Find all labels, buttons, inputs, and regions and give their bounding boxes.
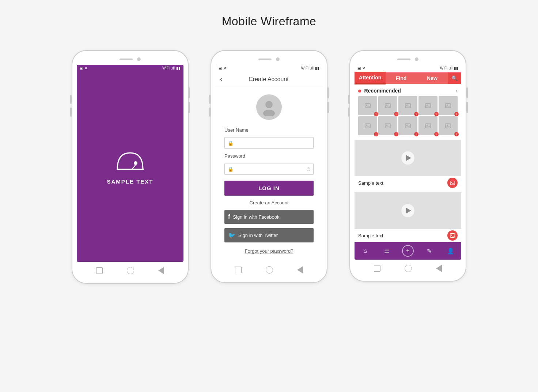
video-info-2: Sample text — [355, 229, 461, 242]
msg-icon: ▣ — [80, 66, 83, 70]
phone-2-top-bar — [216, 57, 322, 61]
thumb-plus-3: + — [414, 112, 418, 116]
thumb-9[interactable]: + — [418, 116, 437, 135]
thumb-img-icon-2 — [385, 103, 391, 109]
tab-attention[interactable]: Attention — [355, 72, 386, 84]
play-button-2[interactable] — [401, 204, 414, 217]
search-icon[interactable]: 🔍 — [448, 72, 461, 84]
play-triangle-icon-1 — [406, 155, 411, 161]
phone-3-side-btn-left-b — [348, 108, 349, 117]
video-img-btn-2[interactable] — [447, 230, 458, 241]
feed-bottom-nav: ⌂ ☰ + ✎ 👤 — [355, 242, 461, 260]
video-card-2[interactable] — [355, 192, 461, 229]
video-card-1[interactable] — [355, 140, 461, 176]
p2-msg-icon: ▣ — [219, 66, 222, 70]
svg-rect-9 — [405, 103, 410, 108]
svg-point-12 — [427, 105, 428, 106]
forgot-password-link[interactable]: Forgot your password? — [245, 248, 293, 254]
thumb-3[interactable]: + — [398, 96, 417, 115]
phone-2-camera — [276, 57, 280, 61]
username-label: User Name — [224, 127, 249, 133]
username-input[interactable]: 🔒 — [224, 137, 314, 149]
thumb-img-icon-5 — [445, 103, 451, 109]
svg-point-10 — [406, 105, 408, 106]
svg-point-20 — [406, 125, 408, 126]
phone-2-screen: ▣ ✕ WiFi .ıll ▮▮ ‹ Create Account — [216, 65, 322, 261]
thumb-plus-5: + — [454, 112, 459, 116]
thumb-4[interactable]: + — [418, 96, 437, 115]
svg-point-4 — [263, 110, 275, 116]
phones-container: ▣ ✕ WiFi .ıll ▮▮ — [72, 50, 466, 284]
login-screen-title: Create Account — [226, 76, 318, 83]
phone-3-bottom-bar — [355, 260, 461, 274]
close-icon: ✕ — [84, 66, 87, 70]
thumb-5[interactable]: + — [439, 96, 458, 115]
thumb-2[interactable]: + — [378, 96, 397, 115]
nav-triangle-btn[interactable] — [158, 267, 164, 274]
rec-arrow-icon[interactable]: › — [456, 88, 458, 94]
video-img-btn-1[interactable] — [447, 178, 458, 188]
video-info-1: Sample text — [355, 176, 461, 189]
rec-header: Recommended › — [358, 87, 458, 94]
svg-point-14 — [447, 105, 448, 106]
back-button[interactable]: ‹ — [220, 75, 222, 83]
phone-1-speaker — [120, 59, 133, 60]
profile-nav-icon[interactable]: 👤 — [445, 245, 456, 257]
create-account-link[interactable]: Create an Account — [250, 200, 289, 206]
svg-rect-7 — [385, 103, 390, 108]
p2-nav-square-btn[interactable] — [235, 267, 242, 273]
play-button-1[interactable] — [401, 151, 414, 165]
facebook-login-button[interactable]: f Sign in with Facebook — [224, 210, 314, 224]
img-icon-2 — [450, 233, 455, 238]
phone-3-top-bar — [355, 57, 461, 61]
splash-logo: SAMPLE TEXT — [107, 149, 153, 185]
play-triangle-icon-2 — [406, 208, 411, 214]
p2-status-left: ▣ ✕ — [219, 66, 226, 70]
thumb-plus-9: + — [434, 132, 439, 136]
p3-wifi-icon: WiFi — [440, 66, 447, 70]
splash-icon-svg — [114, 149, 147, 175]
phone-2-speaker — [258, 59, 272, 60]
splash-text: SAMPLE TEXT — [107, 178, 153, 185]
thumb-img-icon-7 — [385, 123, 391, 129]
p3-nav-circle-btn[interactable] — [405, 265, 412, 272]
thumb-plus-4: + — [434, 112, 439, 116]
thumb-6[interactable]: + — [358, 116, 377, 135]
thumb-1[interactable]: + — [358, 96, 377, 115]
facebook-icon: f — [228, 214, 230, 220]
phone-1: ▣ ✕ WiFi .ıll ▮▮ — [72, 50, 189, 284]
eye-icon[interactable]: ◎ — [307, 166, 310, 172]
tab-new[interactable]: New — [417, 72, 448, 84]
home-nav-icon[interactable]: ⌂ — [359, 245, 371, 257]
svg-rect-17 — [385, 124, 390, 128]
thumb-img-icon-8 — [405, 123, 411, 129]
phone-3-side-btn-top — [466, 87, 468, 98]
svg-point-1 — [134, 161, 137, 165]
thumb-img-icon-10 — [445, 123, 451, 129]
nav-circle-btn[interactable] — [127, 267, 134, 274]
phone-1-side-btn-left-b — [70, 108, 72, 117]
p2-nav-triangle-btn[interactable] — [297, 266, 303, 274]
p3-nav-triangle-btn[interactable] — [436, 265, 442, 272]
p2-nav-circle-btn[interactable] — [266, 266, 273, 274]
password-input[interactable]: 🔒 ◎ — [224, 163, 314, 175]
p3-nav-square-btn[interactable] — [374, 265, 380, 272]
svg-point-26 — [451, 182, 452, 183]
svg-rect-13 — [446, 103, 451, 108]
svg-line-2 — [132, 165, 136, 169]
thumb-7[interactable]: + — [378, 116, 397, 135]
svg-rect-21 — [425, 124, 431, 128]
edit-nav-icon[interactable]: ✎ — [423, 245, 435, 257]
thumb-10[interactable]: + — [439, 116, 458, 135]
password-label: Password — [224, 153, 245, 159]
thumb-8[interactable]: + — [398, 116, 417, 135]
thumb-plus-8: + — [414, 132, 418, 136]
svg-point-24 — [447, 125, 448, 126]
add-nav-icon[interactable]: + — [402, 245, 414, 257]
login-button[interactable]: LOG IN — [224, 181, 314, 196]
list-nav-icon[interactable]: ☰ — [381, 245, 393, 257]
tab-find[interactable]: Find — [386, 72, 417, 84]
nav-square-btn[interactable] — [96, 267, 103, 274]
twitter-login-button[interactable]: 🐦 Sign in with Twitter — [224, 228, 314, 242]
svg-rect-27 — [450, 234, 455, 238]
